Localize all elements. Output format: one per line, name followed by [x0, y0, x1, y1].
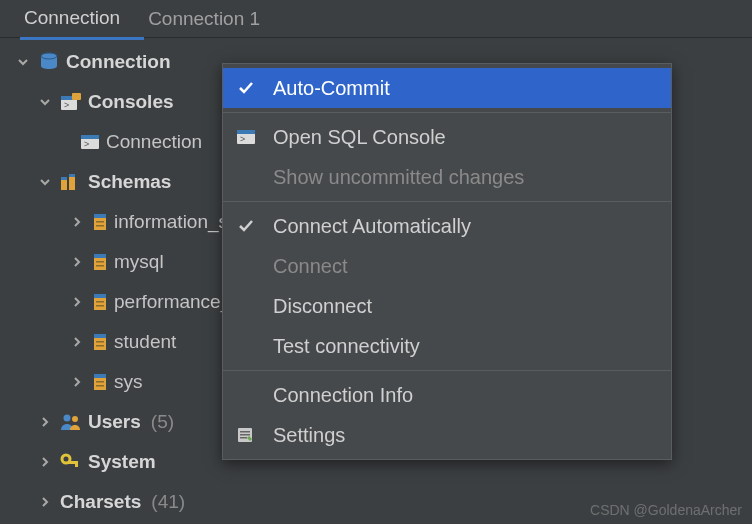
- menu-show-uncommitted: Show uncommitted changes: [223, 157, 671, 197]
- svg-rect-18: [94, 254, 106, 258]
- chevron-down-icon: [36, 95, 54, 109]
- menu-connect-automatically[interactable]: Connect Automatically: [223, 206, 671, 246]
- chevron-right-icon: [68, 295, 86, 309]
- menu-separator: [223, 201, 671, 202]
- connection-tabs: Connection Connection 1: [0, 0, 752, 38]
- svg-point-33: [64, 415, 71, 422]
- svg-rect-5: [72, 93, 81, 100]
- tree-users-label: Users: [88, 411, 141, 433]
- svg-rect-14: [94, 214, 106, 218]
- svg-text:>: >: [64, 100, 69, 110]
- svg-rect-26: [94, 334, 106, 338]
- menu-label: Settings: [273, 424, 345, 447]
- tree-users-count: (5): [151, 411, 174, 433]
- chevron-right-icon: [36, 415, 54, 429]
- svg-rect-31: [96, 381, 104, 383]
- tree-console-child-label: Connection: [106, 131, 202, 153]
- svg-rect-23: [96, 301, 104, 303]
- svg-point-34: [72, 416, 78, 422]
- svg-rect-12: [69, 174, 75, 177]
- svg-rect-22: [94, 294, 106, 298]
- menu-test-connectivity[interactable]: Test connectivity: [223, 326, 671, 366]
- schema-icon: [92, 293, 108, 311]
- check-icon: [233, 79, 259, 97]
- menu-label: Connect Automatically: [273, 215, 471, 238]
- console-icon: >: [233, 129, 259, 145]
- svg-rect-37: [75, 461, 78, 467]
- tree-system-label: System: [88, 451, 156, 473]
- svg-rect-28: [96, 345, 104, 347]
- svg-rect-20: [96, 265, 104, 267]
- tree-charsets-count: (41): [151, 491, 185, 513]
- schemas-icon: [60, 173, 82, 191]
- svg-text:>: >: [84, 139, 89, 149]
- svg-rect-42: [240, 431, 250, 433]
- chevron-right-icon: [68, 215, 86, 229]
- chevron-right-icon: [68, 255, 86, 269]
- schema-label: student: [114, 331, 176, 353]
- menu-label: Test connectivity: [273, 335, 420, 358]
- console-icon: >: [80, 134, 100, 150]
- svg-rect-30: [94, 374, 106, 378]
- menu-label: Auto-Commit: [273, 77, 390, 100]
- menu-label: Open SQL Console: [273, 126, 446, 149]
- console-group-icon: >: [60, 93, 82, 111]
- chevron-down-icon: [14, 55, 32, 69]
- tab-connection[interactable]: Connection: [20, 0, 144, 40]
- tab-connection-1[interactable]: Connection 1: [144, 0, 284, 38]
- svg-rect-44: [240, 437, 247, 439]
- menu-auto-commit[interactable]: Auto-Commit: [223, 68, 671, 108]
- tree-schemas-label: Schemas: [88, 171, 171, 193]
- settings-form-icon: [233, 426, 259, 444]
- chevron-right-icon: [68, 335, 86, 349]
- menu-label: Connect: [273, 255, 348, 278]
- check-icon: [233, 217, 259, 235]
- tree-root-label: Connection: [66, 51, 171, 73]
- svg-text:>: >: [240, 134, 245, 144]
- svg-rect-43: [240, 434, 250, 436]
- chevron-right-icon: [36, 455, 54, 469]
- schema-icon: [92, 373, 108, 391]
- menu-connection-info[interactable]: Connection Info: [223, 375, 671, 415]
- svg-rect-15: [96, 221, 104, 223]
- schema-label: sys: [114, 371, 143, 393]
- chevron-down-icon: [36, 175, 54, 189]
- menu-disconnect[interactable]: Disconnect: [223, 286, 671, 326]
- schema-label: mysql: [114, 251, 164, 273]
- schema-icon: [92, 253, 108, 271]
- context-menu: Auto-Commit > Open SQL Console Show unco…: [222, 63, 672, 460]
- menu-separator: [223, 112, 671, 113]
- schema-icon: [92, 333, 108, 351]
- tree-charsets-label: Charsets: [60, 491, 141, 513]
- tree-node-charsets[interactable]: Charsets (41): [6, 482, 752, 522]
- menu-settings[interactable]: Settings: [223, 415, 671, 455]
- menu-connect: Connect: [223, 246, 671, 286]
- users-icon: [60, 413, 82, 431]
- menu-separator: [223, 370, 671, 371]
- menu-open-sql-console[interactable]: > Open SQL Console: [223, 117, 671, 157]
- svg-rect-10: [61, 177, 67, 180]
- menu-label: Connection Info: [273, 384, 413, 407]
- chevron-right-icon: [68, 375, 86, 389]
- svg-rect-32: [96, 385, 104, 387]
- tree-consoles-label: Consoles: [88, 91, 174, 113]
- chevron-right-icon: [36, 495, 54, 509]
- menu-label: Disconnect: [273, 295, 372, 318]
- schema-icon: [92, 213, 108, 231]
- database-icon: [38, 51, 60, 73]
- svg-rect-16: [96, 225, 104, 227]
- menu-label: Show uncommitted changes: [273, 166, 524, 189]
- svg-rect-27: [96, 341, 104, 343]
- svg-rect-24: [96, 305, 104, 307]
- svg-rect-19: [96, 261, 104, 263]
- keys-icon: [60, 453, 82, 471]
